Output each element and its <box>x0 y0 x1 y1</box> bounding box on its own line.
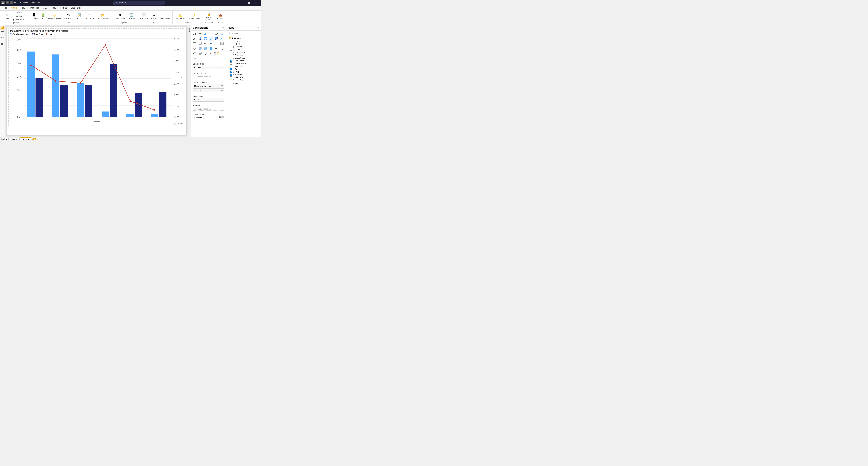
viz-bar-chart[interactable] <box>192 32 197 36</box>
field-UnitsSold-checkbox[interactable] <box>230 79 232 81</box>
viz-matrix[interactable] <box>220 41 224 46</box>
viz-format[interactable]: Format <box>192 56 197 61</box>
field-SalePrice[interactable]: ✓ Σ Sale Price <box>226 73 261 76</box>
add-page-btn[interactable]: + <box>32 138 36 140</box>
field-GrossSales[interactable]: Σ Gross Sales <box>226 57 261 59</box>
tab-modeling[interactable]: Modeling <box>28 6 41 10</box>
viz-card[interactable]: 42 <box>192 41 197 46</box>
viz-100pct-bar[interactable] <box>209 32 213 36</box>
enter-data-button[interactable]: 📝 Enter data <box>74 12 85 20</box>
tab-format[interactable]: Format <box>58 6 69 10</box>
page-nav-next[interactable]: ▶ <box>5 138 8 140</box>
cut-button[interactable]: ✂ Cut <box>12 11 27 14</box>
field-Country-checkbox[interactable] <box>230 46 232 48</box>
fields-search-box[interactable]: 🔍 <box>227 32 260 35</box>
report-view-btn[interactable] <box>0 26 4 30</box>
field-Manufactur-checkbox[interactable]: ✓ <box>230 60 232 62</box>
tab-data-drill[interactable]: Data / Drill <box>69 6 83 10</box>
field-Sales-checkbox[interactable] <box>230 40 232 42</box>
field-Year-checkbox[interactable] <box>230 82 232 84</box>
dataverse-button[interactable]: ⬡ Dataverse <box>85 12 95 20</box>
transform-data-button[interactable]: ⚙ Transform data <box>113 12 127 20</box>
sale-price-dropdown-icon[interactable]: ▾ <box>220 89 220 91</box>
field-Manufactur[interactable]: ✓ Σ Manufactur... <box>226 59 261 62</box>
save-icon[interactable]: 💾 <box>1 1 4 4</box>
redo-icon[interactable]: ↪ <box>10 1 13 4</box>
viz-expand-right-btn[interactable]: › <box>223 26 224 29</box>
get-data-button[interactable]: 🗄 Get data <box>30 13 39 20</box>
new-visual-button[interactable]: 📊 New visual <box>139 12 149 20</box>
field-MonthName[interactable]: ◇ Month Name <box>226 62 261 65</box>
field-COGS[interactable]: Σ COGS <box>226 42 261 46</box>
viz-filled-map[interactable] <box>198 46 203 51</box>
field-Profit-checkbox[interactable]: ✓ <box>230 71 232 73</box>
field-Discounts-checkbox[interactable] <box>230 54 232 56</box>
toggle-track[interactable] <box>219 116 224 118</box>
viz-smart-narrative[interactable] <box>198 51 203 56</box>
field-UnitsSold[interactable]: Σ Units Sold <box>226 79 261 82</box>
sql-server-button[interactable]: 🗃 SQL Server <box>63 13 74 20</box>
viz-line-chart[interactable] <box>214 32 219 36</box>
field-COGS-checkbox[interactable] <box>230 43 232 45</box>
field-Date-checkbox[interactable] <box>230 49 232 51</box>
format-painter-button[interactable]: 🖌 Format painter <box>12 18 27 21</box>
model-view-btn[interactable] <box>0 36 4 40</box>
undo-icon[interactable]: ↩ <box>6 1 9 4</box>
viz-stacked-bar[interactable] <box>203 32 208 36</box>
new-measure-button[interactable]: 📐 New measure <box>174 12 187 20</box>
close-btn[interactable]: ✕ <box>252 0 259 6</box>
viz-treemap[interactable] <box>214 36 219 41</box>
viz-decomp-tree[interactable] <box>192 51 197 56</box>
sensitivity-button[interactable]: 🔒 Sensitivity(preview) <box>204 12 214 21</box>
field-Discounts[interactable]: Σ Discounts <box>226 54 261 57</box>
more-options-icon[interactable]: ⋯ <box>180 122 183 125</box>
sale-price-remove-btn[interactable]: ✕ <box>221 89 223 91</box>
field-SalePrice-checkbox[interactable]: ✓ <box>230 74 232 76</box>
filter-icon[interactable]: ⊞ <box>174 122 176 125</box>
viz-area-chart[interactable] <box>220 32 224 36</box>
quick-measure-button[interactable]: ⚡ Quick measure <box>187 12 201 20</box>
viz-azure-map[interactable] <box>203 46 208 51</box>
field-group-financials-header[interactable]: ▾ ⊞ financials <box>226 36 261 40</box>
canvas-area[interactable]: Manufacturing Price, Sale Price and Prof… <box>5 25 188 137</box>
viz-pie-chart[interactable] <box>198 36 203 41</box>
filters-panel[interactable]: Filters <box>188 25 191 137</box>
viz-map[interactable] <box>192 46 197 51</box>
line-value-profit[interactable]: Profit ▾ ✕ <box>193 98 224 101</box>
text-box-button[interactable]: 𝐀 Text box <box>150 13 158 20</box>
recent-sources-button[interactable]: 📂 Recent sources <box>96 12 110 20</box>
viz-table[interactable] <box>214 41 219 46</box>
viz-scatter[interactable] <box>192 36 197 41</box>
field-Segment[interactable]: ◇ Segment <box>226 76 261 79</box>
tab-help[interactable]: Help <box>50 6 58 10</box>
paste-button[interactable]: 📋 Paste <box>3 12 11 20</box>
field-Product-checkbox[interactable]: ✓ <box>230 68 232 70</box>
minimize-btn[interactable]: — <box>239 0 245 6</box>
excel-button[interactable]: 📗 Excel <box>39 12 46 20</box>
field-Segment-checkbox[interactable] <box>230 76 232 79</box>
dax-query-btn[interactable] <box>0 41 4 46</box>
field-MonthNu-checkbox[interactable] <box>230 65 232 67</box>
viz-more[interactable] <box>209 51 213 56</box>
field-DiscountBa-checkbox[interactable] <box>230 51 232 53</box>
viz-column-chart[interactable] <box>198 32 203 36</box>
profit-remove-btn[interactable]: ✕ <box>221 98 223 101</box>
column-value-mfg-price[interactable]: Manufacturing Price ▾ ✕ <box>193 84 224 88</box>
tooltips-placeholder[interactable]: Add data fields here <box>193 107 224 111</box>
viz-multi-row-card[interactable] <box>198 41 203 46</box>
page-nav-prev[interactable]: ◀ <box>1 138 4 140</box>
field-Product[interactable]: ✓ ◇ Product <box>226 68 261 70</box>
viz-donut-chart[interactable] <box>203 36 208 41</box>
shared-axis-field[interactable]: Product ▾ ✕ <box>193 65 224 69</box>
field-Date[interactable]: 📅 Date <box>226 48 261 51</box>
mfg-price-remove-btn[interactable]: ✕ <box>221 85 223 87</box>
tab-view[interactable]: View <box>41 6 50 10</box>
shared-axis-dropdown-icon[interactable]: ▾ <box>220 66 220 69</box>
maximize-btn[interactable]: ⬜ <box>245 0 252 6</box>
copy-button[interactable]: ⧉ Copy <box>12 15 27 18</box>
refresh-button[interactable]: 🔄 Refresh <box>128 12 136 20</box>
viz-build[interactable] <box>214 51 219 56</box>
global-search[interactable]: 🔍 Search <box>113 1 165 5</box>
field-Sales[interactable]: Σ Sales <box>226 40 261 42</box>
field-Profit[interactable]: ✓ Σ Profit <box>226 70 261 73</box>
